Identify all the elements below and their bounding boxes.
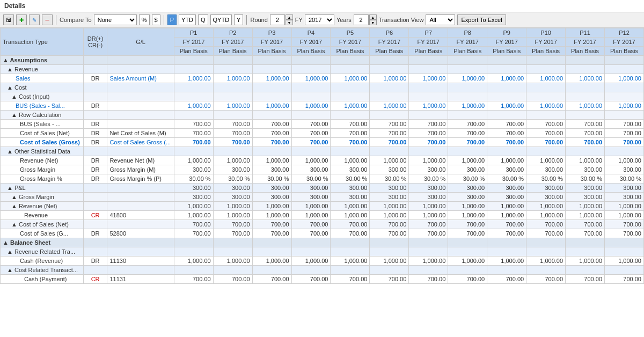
toolbar-btn-4[interactable]: ─ [42,14,53,25]
row-value: 1,000.00 [448,202,487,211]
round-down-btn[interactable]: ▼ [286,20,293,25]
row-value: 300.00 [448,193,487,202]
row-value: 1,000.00 [448,156,487,165]
row-value [331,65,370,74]
row-label: ▲ Cost Related Transact... [1,266,84,275]
row-value [487,247,526,257]
row-dr: CR [83,211,107,220]
row-value: 1,000.00 [331,101,370,111]
row-gl [107,56,174,65]
years-down-btn[interactable]: ▼ [369,20,377,25]
row-value [213,247,252,257]
round-spinner[interactable]: ▲ ▼ [270,14,293,25]
table-row: BUS (Sales - ...DR700.00700.00700.00700.… [1,120,644,129]
row-value [174,266,213,275]
row-value: 700.00 [605,220,644,229]
row-gl [107,202,174,211]
row-dr [83,247,107,257]
row-value: 300.00 [331,184,370,193]
round-input[interactable] [270,14,285,25]
row-dr: DR [83,129,107,138]
row-value: 1,000.00 [409,101,448,111]
row-label: BUS (Sales - ... [1,120,84,129]
row-dr [83,92,107,101]
p9-basis: Plan Basis [487,47,526,56]
row-dr: CR [83,275,107,284]
row-value: 700.00 [213,138,252,147]
toolbar-btn-2[interactable]: ✚ [16,14,27,25]
years-spinner[interactable]: ▲ ▼ [354,14,377,25]
col-p7-header: P7 [409,28,448,38]
transaction-view-select[interactable]: All [426,14,455,25]
row-value [291,247,331,257]
p3-fy: FY 2017 [252,38,291,47]
table-row: BUS (Sales - Sal...DR1,000.001,000.001,0… [1,101,644,111]
row-label: ▲ Cost [1,83,84,92]
row-value: 1,000.00 [409,257,448,266]
row-value: 30.00 % [409,174,448,184]
row-value: 300.00 [252,165,291,174]
row-value: 700.00 [252,275,291,284]
row-value: 700.00 [526,120,566,129]
p1-basis: Plan Basis [174,47,213,56]
row-value: 1,000.00 [370,202,409,211]
col-p2-header: P2 [213,28,252,38]
p8-fy: FY 2017 [448,38,487,47]
row-value: 700.00 [526,138,566,147]
percent-btn[interactable]: % [139,14,150,25]
row-label: ▲ Row Calculation [1,111,84,120]
row-value [174,92,213,101]
row-gl [107,92,174,101]
row-value: 700.00 [291,129,331,138]
row-value: 1,000.00 [605,257,644,266]
p-btn[interactable]: P [167,14,177,25]
y-btn[interactable]: Y [234,14,243,25]
row-value: 700.00 [487,220,526,229]
export-btn[interactable]: Export To Excel [457,14,506,25]
p2-basis: Plan Basis [213,47,252,56]
row-value: 700.00 [213,220,252,229]
toolbar-btn-3[interactable]: ✎ [29,14,40,25]
p5-basis: Plan Basis [331,47,370,56]
row-value [174,147,213,156]
row-value [409,147,448,156]
row-value: 1,000.00 [566,257,605,266]
compare-to-select[interactable]: None [94,14,137,25]
q-btn[interactable]: Q [198,14,208,25]
row-value: 1,000.00 [370,74,409,83]
ytd-btn[interactable]: YTD [179,14,196,25]
row-value: 1,000.00 [487,74,526,83]
qytd-btn[interactable]: QYTD [210,14,232,25]
row-value [213,65,252,74]
p1-fy: FY 2017 [174,38,213,47]
row-value: 700.00 [252,120,291,129]
row-value: 1,000.00 [566,74,605,83]
row-label: ▲ Cost of Sales (Net) [1,220,84,229]
row-value: 1,000.00 [448,74,487,83]
table-row: RevenueCR418001,000.001,000.001,000.001,… [1,211,644,220]
row-value: 30.00 % [174,174,213,184]
row-value: 1,000.00 [331,211,370,220]
row-gl: Revenue Net (M) [107,156,174,165]
row-value [526,56,566,65]
row-value: 1,000.00 [605,202,644,211]
round-up-btn[interactable]: ▲ [286,14,293,20]
toolbar-btn-1[interactable]: 🖫 [3,14,14,25]
row-value: 300.00 [291,184,331,193]
years-input[interactable] [354,14,369,25]
col-p5-header: P5 [331,28,370,38]
table-row: Cost of Sales (G...DR52800700.00700.0070… [1,229,644,238]
row-value: 1,000.00 [526,211,566,220]
row-dr: DR [83,174,107,184]
dollar-btn[interactable]: $ [152,14,160,25]
row-value: 1,000.00 [213,211,252,220]
row-value [370,266,409,275]
row-value [331,56,370,65]
row-value: 1,000.00 [605,211,644,220]
row-value: 700.00 [409,275,448,284]
row-value [291,65,331,74]
fy-select[interactable]: 2017 [305,14,334,25]
years-up-btn[interactable]: ▲ [369,14,377,20]
row-value [291,111,331,120]
row-value: 700.00 [291,120,331,129]
